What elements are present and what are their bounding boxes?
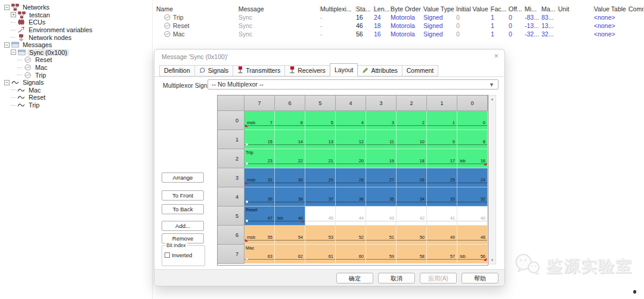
bit-cell-53[interactable]: 53 <box>305 226 336 245</box>
bit-cell-21[interactable]: 21 <box>305 149 336 168</box>
bit-cell-24[interactable]: 24 <box>457 168 488 187</box>
close-icon[interactable]: × <box>494 51 499 60</box>
bit-cell-51[interactable]: 51 <box>366 226 397 245</box>
bit-cell-18[interactable]: 18 <box>397 149 427 168</box>
bit-cell-44[interactable]: 44 <box>336 206 366 226</box>
bit-cell-33[interactable]: 33 <box>427 187 457 206</box>
multiplexor-select[interactable]: -- No Multiplexor -- ▼ <box>208 79 499 90</box>
dialog-button-[interactable]: 确定 <box>336 273 373 283</box>
bit-cell-13[interactable]: 13 <box>305 130 336 149</box>
bit-cell-14[interactable]: 14 <box>275 130 305 149</box>
bit-cell-36[interactable]: 36 <box>336 187 366 206</box>
bit-cell-55[interactable]: 55msb <box>244 226 275 245</box>
tree-item-reset[interactable]: Reset <box>0 56 151 64</box>
tree-item-ecus[interactable]: ECUs <box>0 19 151 26</box>
column-header-len-[interactable]: Len... <box>374 5 391 13</box>
bit-cell-47[interactable]: 47Reset <box>244 206 275 226</box>
bit-cell-40[interactable]: 40 <box>457 206 488 226</box>
column-header-initial-value[interactable]: Initial Value <box>456 5 491 13</box>
tree-item-messages[interactable]: −Messages <box>0 41 151 49</box>
bit-cell-16[interactable]: 16lsb <box>457 149 488 168</box>
bit-cell-60[interactable]: 60 <box>336 245 366 264</box>
bit-cell-61[interactable]: 61 <box>305 245 336 264</box>
dialog-button-[interactable]: 帮助 <box>462 273 499 283</box>
bit-cell-19[interactable]: 19 <box>366 149 397 168</box>
bit-cell-3[interactable]: 3 <box>366 111 397 130</box>
bit-cell-54[interactable]: 54 <box>275 226 305 245</box>
arrange-button[interactable]: Arrange <box>162 172 204 183</box>
add--button[interactable]: Add... <box>162 221 204 231</box>
column-header-comm[interactable]: Comm <box>628 5 644 13</box>
bit-cell-45[interactable]: 45 <box>305 206 336 226</box>
column-header-sta-[interactable]: Sta... <box>356 5 374 13</box>
bit-cell-8[interactable]: 8 <box>457 130 488 149</box>
bit-cell-23[interactable]: 23Trip <box>244 149 275 168</box>
expand-icon[interactable]: + <box>11 12 16 17</box>
bit-cell-25[interactable]: 25 <box>427 168 457 187</box>
tab-signals[interactable]: Signals <box>194 65 233 76</box>
bit-cell-50[interactable]: 50 <box>397 226 427 245</box>
column-header-mi-[interactable]: Mi... <box>525 5 541 13</box>
scroll-down-icon[interactable]: ▼ <box>489 257 496 264</box>
bit-cell-46[interactable]: 46lsb <box>275 206 305 226</box>
bit-cell-30[interactable]: 30 <box>275 168 305 187</box>
bit-cell-15[interactable]: 15 <box>244 130 275 149</box>
bit-cell-41[interactable]: 41 <box>427 206 457 226</box>
collapse-icon[interactable]: − <box>4 42 10 48</box>
bit-cell-34[interactable]: 34 <box>397 187 427 206</box>
bit-cell-11[interactable]: 11 <box>366 130 397 149</box>
bit-cell-7[interactable]: 7msb <box>244 111 275 130</box>
table-row[interactable]: TripSync-1624MotorolaSigned010-83...83..… <box>156 13 644 21</box>
column-header-byte-order[interactable]: Byte Order <box>391 5 423 13</box>
tree-item-trip[interactable]: Trip <box>0 71 151 79</box>
tree-item-reset[interactable]: Reset <box>0 94 151 101</box>
bit-cell-32[interactable]: 32 <box>457 187 488 206</box>
bit-cell-20[interactable]: 20 <box>336 149 366 168</box>
tree-item-signals[interactable]: −Signals <box>0 79 151 87</box>
column-header-value-table[interactable]: Value Table <box>594 5 628 13</box>
bit-cell-58[interactable]: 58 <box>397 245 427 264</box>
tree-item-networks[interactable]: −Networks <box>0 4 151 11</box>
bit-cell-2[interactable]: 2 <box>397 111 427 130</box>
tab-attributes[interactable]: Attributes <box>357 65 402 76</box>
tree-item-network-nodes[interactable]: Network nodes <box>0 33 151 41</box>
column-header-value-type[interactable]: Value Type <box>423 5 456 13</box>
bit-cell-52[interactable]: 52 <box>336 226 366 245</box>
column-header-name[interactable]: Name <box>156 5 239 13</box>
column-header-multiplexi-[interactable]: Multiplexi... <box>320 5 356 13</box>
column-header-fac-[interactable]: Fac... <box>491 5 509 13</box>
bit-cell-6[interactable]: 6 <box>275 111 305 130</box>
bit-cell-28[interactable]: 28 <box>336 168 366 187</box>
bit-cell-62[interactable]: 62 <box>275 245 305 264</box>
bit-cell-0[interactable]: 0 <box>457 111 488 130</box>
bit-cell-26[interactable]: 26 <box>397 168 427 187</box>
bit-cell-48[interactable]: 48 <box>457 226 488 245</box>
collapse-icon[interactable]: − <box>4 5 10 10</box>
bit-cell-17[interactable]: 17 <box>427 149 457 168</box>
tree-item-environment-variables[interactable]: Environment variables <box>0 26 151 34</box>
collapse-icon[interactable]: − <box>11 50 16 55</box>
column-header-message[interactable]: Message <box>239 5 320 13</box>
bit-cell-38[interactable]: 38 <box>275 187 305 206</box>
bit-cell-5[interactable]: 5 <box>305 111 336 130</box>
bit-cell-39[interactable]: 39 <box>244 187 275 206</box>
column-header-unit[interactable]: Unit <box>558 5 594 13</box>
tab-transmitters[interactable]: Transmitters <box>233 65 285 76</box>
bit-cell-35[interactable]: 35 <box>366 187 397 206</box>
tab-receivers[interactable]: Receivers <box>284 65 330 76</box>
bit-cell-56[interactable]: 56lsb <box>457 245 488 264</box>
scroll-up-icon[interactable]: ▲ <box>489 95 496 103</box>
bit-cell-9[interactable]: 9 <box>427 130 457 149</box>
tree-item-trip[interactable]: Trip <box>0 101 151 109</box>
column-header-off-[interactable]: Off... <box>509 5 525 13</box>
tree-item-mac[interactable]: Mac <box>0 87 151 94</box>
column-header-ma-[interactable]: Ma... <box>541 5 558 13</box>
grid-scrollbar[interactable]: ▲ ▼ <box>488 95 496 264</box>
bit-cell-12[interactable]: 12 <box>336 130 366 149</box>
tree-item-sync-0x100-[interactable]: −Sync (0x100) <box>0 49 151 57</box>
table-row[interactable]: MacSync-5616MotorolaSigned010-32...32...… <box>156 30 644 38</box>
tab-comment[interactable]: Comment <box>402 65 439 76</box>
bit-cell-43[interactable]: 43 <box>366 206 397 226</box>
bit-cell-22[interactable]: 22 <box>275 149 305 168</box>
bit-cell-29[interactable]: 29 <box>305 168 336 187</box>
